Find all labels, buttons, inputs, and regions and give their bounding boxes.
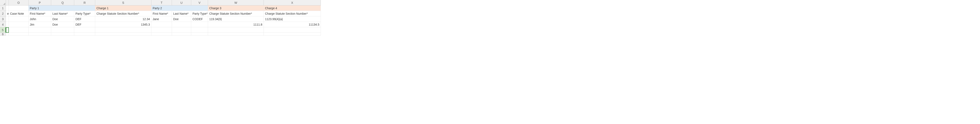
- cell-partial-4[interactable]: [6, 22, 9, 27]
- cell-S3[interactable]: 12.34: [95, 16, 151, 22]
- cell-X3[interactable]: 1123.99(4)(a): [264, 16, 321, 22]
- cell-O1[interactable]: [9, 5, 29, 11]
- cell-P5[interactable]: [29, 27, 51, 33]
- col-header-U[interactable]: U: [172, 0, 191, 5]
- cell-O5[interactable]: [9, 27, 29, 33]
- row-header-6[interactable]: 6: [0, 33, 6, 36]
- cell-Q4[interactable]: Doe: [51, 22, 74, 27]
- cell-W3[interactable]: 119.34(9): [208, 16, 264, 22]
- active-cell[interactable]: [6, 27, 9, 33]
- row-header-2[interactable]: 2: [0, 11, 6, 16]
- cell-O4[interactable]: [9, 22, 29, 27]
- cell-U4[interactable]: [172, 22, 191, 27]
- cell-partial-2[interactable]: e: [6, 11, 9, 16]
- cell-T4[interactable]: [151, 22, 172, 27]
- header-case-note[interactable]: Case Note: [9, 11, 29, 16]
- cell-Q3[interactable]: Doe: [51, 16, 74, 22]
- cell-R3[interactable]: DEF: [74, 16, 95, 22]
- col-header-O[interactable]: O: [9, 0, 29, 5]
- cell-Q6[interactable]: [51, 33, 74, 36]
- cell-W6[interactable]: [208, 33, 264, 36]
- cell-R4[interactable]: DEF: [74, 22, 95, 27]
- cell-R6[interactable]: [74, 33, 95, 36]
- cell-T6[interactable]: [151, 33, 172, 36]
- cell-O3[interactable]: [9, 16, 29, 22]
- group-header-party2[interactable]: Party 2: [151, 5, 208, 11]
- cell-X4[interactable]: 11134.5: [264, 22, 321, 27]
- cell-U3[interactable]: Doe: [172, 16, 191, 22]
- col-header-Q[interactable]: Q: [51, 0, 74, 5]
- cell-S6[interactable]: [95, 33, 151, 36]
- header-p1-first[interactable]: First Name*: [29, 11, 51, 16]
- cell-V3[interactable]: CODEF: [191, 16, 208, 22]
- header-p1-last[interactable]: Last Name*: [51, 11, 74, 16]
- cell-W5[interactable]: [208, 27, 264, 33]
- header-p2-last[interactable]: Last Name*: [172, 11, 191, 16]
- cell-P6[interactable]: [29, 33, 51, 36]
- cell-X5[interactable]: [264, 27, 321, 33]
- header-c3-statute[interactable]: Charge Statute Section Number*: [208, 11, 264, 16]
- header-p2-type[interactable]: Party Type*: [191, 11, 208, 16]
- cell-S4[interactable]: 1345.3: [95, 22, 151, 27]
- group-header-charge1[interactable]: Charge 1: [95, 5, 151, 11]
- cell-R5[interactable]: [74, 27, 95, 33]
- select-all-corner[interactable]: [0, 0, 6, 5]
- col-header-X[interactable]: X: [264, 0, 321, 5]
- col-header-W[interactable]: W: [208, 0, 264, 5]
- header-c4-statute[interactable]: Charge Statute Section Number*: [264, 11, 321, 16]
- header-p2-first[interactable]: First Name*: [151, 11, 172, 16]
- cell-W4[interactable]: 1111.8: [208, 22, 264, 27]
- cell-U6[interactable]: [172, 33, 191, 36]
- row-header-1[interactable]: 1: [0, 5, 6, 11]
- cell-partial-6[interactable]: [6, 33, 9, 36]
- cell-V5[interactable]: [191, 27, 208, 33]
- col-header-partial[interactable]: [6, 0, 9, 5]
- cell-T5[interactable]: [151, 27, 172, 33]
- row-header-5[interactable]: 5: [0, 27, 6, 33]
- header-p1-type[interactable]: Party Type*: [74, 11, 95, 16]
- col-header-R[interactable]: R: [74, 0, 95, 5]
- cell-Q5[interactable]: [51, 27, 74, 33]
- cell-U5[interactable]: [172, 27, 191, 33]
- col-header-V[interactable]: V: [191, 0, 208, 5]
- row-header-3[interactable]: 3: [0, 16, 6, 22]
- group-header-charge3[interactable]: Charge 3: [208, 5, 264, 11]
- cell-V6[interactable]: [191, 33, 208, 36]
- col-header-P[interactable]: P: [29, 0, 51, 5]
- cell-O6[interactable]: [9, 33, 29, 36]
- group-header-party1[interactable]: Party 1: [29, 5, 95, 11]
- cell-V4[interactable]: [191, 22, 208, 27]
- spreadsheet-grid[interactable]: O P Q R S T U V W X 1 Party 1 Charge 1 P…: [0, 0, 980, 38]
- cell-T3[interactable]: Jane: [151, 16, 172, 22]
- cell-X6[interactable]: [264, 33, 321, 36]
- cell-partial-3[interactable]: [6, 16, 9, 22]
- header-c1-statute[interactable]: Charge Statute Section Number*: [95, 11, 151, 16]
- cell-partial-1[interactable]: [6, 5, 9, 11]
- cell-P4[interactable]: Jim: [29, 22, 51, 27]
- cell-P3[interactable]: John: [29, 16, 51, 22]
- col-header-T[interactable]: T: [151, 0, 172, 5]
- row-header-4[interactable]: 4: [0, 22, 6, 27]
- col-header-S[interactable]: S: [95, 0, 151, 5]
- cell-S5[interactable]: [95, 27, 151, 33]
- group-header-charge4[interactable]: Charge 4: [264, 5, 321, 11]
